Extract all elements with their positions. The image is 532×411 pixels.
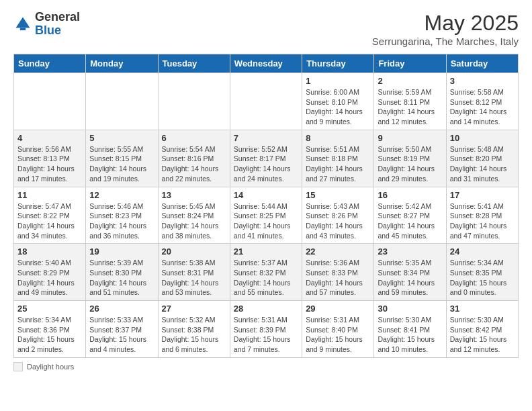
day-info: Sunrise: 5:30 AM Sunset: 8:41 PM Dayligh… xyxy=(378,315,442,355)
day-of-week-header: Sunday xyxy=(14,54,86,73)
svg-marker-0 xyxy=(16,17,30,28)
day-info: Sunrise: 6:00 AM Sunset: 8:10 PM Dayligh… xyxy=(306,87,370,127)
day-info: Sunrise: 5:41 AM Sunset: 8:28 PM Dayligh… xyxy=(450,201,515,241)
day-number: 18 xyxy=(17,246,82,257)
calendar-cell: 23Sunrise: 5:35 AM Sunset: 8:34 PM Dayli… xyxy=(374,244,446,301)
day-info: Sunrise: 5:58 AM Sunset: 8:12 PM Dayligh… xyxy=(450,87,515,127)
calendar-cell: 17Sunrise: 5:41 AM Sunset: 8:28 PM Dayli… xyxy=(446,187,518,244)
calendar-cell: 24Sunrise: 5:34 AM Sunset: 8:35 PM Dayli… xyxy=(446,244,518,301)
day-info: Sunrise: 5:44 AM Sunset: 8:25 PM Dayligh… xyxy=(234,201,298,241)
calendar-cell: 29Sunrise: 5:31 AM Sunset: 8:40 PM Dayli… xyxy=(302,301,374,358)
calendar-week-row: 25Sunrise: 5:34 AM Sunset: 8:36 PM Dayli… xyxy=(14,301,519,358)
day-number: 21 xyxy=(234,246,298,257)
day-info: Sunrise: 5:39 AM Sunset: 8:30 PM Dayligh… xyxy=(89,258,154,298)
day-info: Sunrise: 5:34 AM Sunset: 8:35 PM Dayligh… xyxy=(450,258,515,298)
day-number: 10 xyxy=(450,133,515,143)
calendar-cell: 6Sunrise: 5:54 AM Sunset: 8:16 PM Daylig… xyxy=(158,130,230,187)
calendar-cell: 16Sunrise: 5:42 AM Sunset: 8:27 PM Dayli… xyxy=(374,187,446,244)
day-number: 30 xyxy=(378,304,442,314)
calendar-cell: 14Sunrise: 5:44 AM Sunset: 8:25 PM Dayli… xyxy=(230,187,302,244)
daylight-label: Daylight hours xyxy=(27,363,74,371)
day-info: Sunrise: 5:52 AM Sunset: 8:17 PM Dayligh… xyxy=(234,144,298,184)
day-info: Sunrise: 5:50 AM Sunset: 8:19 PM Dayligh… xyxy=(378,144,442,184)
calendar-cell: 20Sunrise: 5:38 AM Sunset: 8:31 PM Dayli… xyxy=(158,244,230,301)
calendar-cell: 7Sunrise: 5:52 AM Sunset: 8:17 PM Daylig… xyxy=(230,130,302,187)
daylight-legend-box xyxy=(13,362,23,371)
day-info: Sunrise: 5:34 AM Sunset: 8:36 PM Dayligh… xyxy=(17,315,82,355)
day-info: Sunrise: 5:30 AM Sunset: 8:42 PM Dayligh… xyxy=(450,315,515,355)
day-info: Sunrise: 5:54 AM Sunset: 8:16 PM Dayligh… xyxy=(162,144,226,184)
calendar-cell: 31Sunrise: 5:30 AM Sunset: 8:42 PM Dayli… xyxy=(446,301,518,358)
page: General Blue May 2025 Serrungarina, The … xyxy=(0,0,532,378)
svg-rect-1 xyxy=(20,28,26,30)
calendar-cell: 8Sunrise: 5:51 AM Sunset: 8:18 PM Daylig… xyxy=(302,130,374,187)
day-number: 28 xyxy=(234,304,298,314)
day-number: 16 xyxy=(378,190,442,200)
day-number: 22 xyxy=(306,246,370,257)
calendar-cell: 26Sunrise: 5:33 AM Sunset: 8:37 PM Dayli… xyxy=(86,301,158,358)
day-info: Sunrise: 5:46 AM Sunset: 8:23 PM Dayligh… xyxy=(89,201,154,241)
day-info: Sunrise: 5:47 AM Sunset: 8:22 PM Dayligh… xyxy=(17,201,82,241)
calendar-cell: 15Sunrise: 5:43 AM Sunset: 8:26 PM Dayli… xyxy=(302,187,374,244)
subtitle: Serrungarina, The Marches, Italy xyxy=(372,36,519,47)
calendar-cell: 18Sunrise: 5:40 AM Sunset: 8:29 PM Dayli… xyxy=(14,244,86,301)
day-info: Sunrise: 5:55 AM Sunset: 8:15 PM Dayligh… xyxy=(89,144,154,184)
day-info: Sunrise: 5:33 AM Sunset: 8:37 PM Dayligh… xyxy=(89,315,154,355)
day-number: 14 xyxy=(234,190,298,200)
calendar-cell: 9Sunrise: 5:50 AM Sunset: 8:19 PM Daylig… xyxy=(374,130,446,187)
header: General Blue May 2025 Serrungarina, The … xyxy=(13,11,519,47)
day-number: 31 xyxy=(450,304,515,314)
day-number: 20 xyxy=(162,246,226,257)
day-number: 26 xyxy=(89,304,154,314)
day-info: Sunrise: 5:51 AM Sunset: 8:18 PM Dayligh… xyxy=(306,144,370,184)
calendar-cell: 21Sunrise: 5:37 AM Sunset: 8:32 PM Dayli… xyxy=(230,244,302,301)
day-of-week-header: Thursday xyxy=(302,54,374,73)
day-info: Sunrise: 5:59 AM Sunset: 8:11 PM Dayligh… xyxy=(378,87,442,127)
day-info: Sunrise: 5:35 AM Sunset: 8:34 PM Dayligh… xyxy=(378,258,442,298)
main-title: May 2025 xyxy=(372,11,519,36)
logo-icon xyxy=(13,15,32,34)
header-row: SundayMondayTuesdayWednesdayThursdayFrid… xyxy=(14,54,519,73)
footer: Daylight hours xyxy=(13,362,519,371)
day-number: 7 xyxy=(234,133,298,143)
calendar-cell: 30Sunrise: 5:30 AM Sunset: 8:41 PM Dayli… xyxy=(374,301,446,358)
day-number: 8 xyxy=(306,133,370,143)
day-number: 3 xyxy=(450,76,515,86)
logo-general-text: General xyxy=(35,11,80,24)
day-of-week-header: Saturday xyxy=(446,54,518,73)
day-number: 11 xyxy=(17,190,82,200)
day-number: 1 xyxy=(306,76,370,86)
calendar-cell: 25Sunrise: 5:34 AM Sunset: 8:36 PM Dayli… xyxy=(14,301,86,358)
calendar-cell: 27Sunrise: 5:32 AM Sunset: 8:38 PM Dayli… xyxy=(158,301,230,358)
day-of-week-header: Monday xyxy=(86,54,158,73)
day-number: 25 xyxy=(17,304,82,314)
day-info: Sunrise: 5:56 AM Sunset: 8:13 PM Dayligh… xyxy=(17,144,82,184)
calendar-cell: 5Sunrise: 5:55 AM Sunset: 8:15 PM Daylig… xyxy=(86,130,158,187)
day-info: Sunrise: 5:31 AM Sunset: 8:40 PM Dayligh… xyxy=(306,315,370,355)
calendar-cell xyxy=(158,73,230,130)
day-info: Sunrise: 5:45 AM Sunset: 8:24 PM Dayligh… xyxy=(162,201,226,241)
day-info: Sunrise: 5:31 AM Sunset: 8:39 PM Dayligh… xyxy=(234,315,298,355)
day-info: Sunrise: 5:38 AM Sunset: 8:31 PM Dayligh… xyxy=(162,258,226,298)
calendar-week-row: 11Sunrise: 5:47 AM Sunset: 8:22 PM Dayli… xyxy=(14,187,519,244)
day-number: 19 xyxy=(89,246,154,257)
calendar-cell: 22Sunrise: 5:36 AM Sunset: 8:33 PM Dayli… xyxy=(302,244,374,301)
day-number: 5 xyxy=(89,133,154,143)
calendar-cell: 11Sunrise: 5:47 AM Sunset: 8:22 PM Dayli… xyxy=(14,187,86,244)
day-info: Sunrise: 5:43 AM Sunset: 8:26 PM Dayligh… xyxy=(306,201,370,241)
calendar-cell: 10Sunrise: 5:48 AM Sunset: 8:20 PM Dayli… xyxy=(446,130,518,187)
day-number: 15 xyxy=(306,190,370,200)
calendar-cell: 3Sunrise: 5:58 AM Sunset: 8:12 PM Daylig… xyxy=(446,73,518,130)
day-info: Sunrise: 5:37 AM Sunset: 8:32 PM Dayligh… xyxy=(234,258,298,298)
calendar-cell: 19Sunrise: 5:39 AM Sunset: 8:30 PM Dayli… xyxy=(86,244,158,301)
calendar-cell: 4Sunrise: 5:56 AM Sunset: 8:13 PM Daylig… xyxy=(14,130,86,187)
day-info: Sunrise: 5:40 AM Sunset: 8:29 PM Dayligh… xyxy=(17,258,82,298)
logo-text: General Blue xyxy=(35,11,80,38)
calendar-cell xyxy=(230,73,302,130)
logo: General Blue xyxy=(13,11,80,38)
calendar-table: SundayMondayTuesdayWednesdayThursdayFrid… xyxy=(13,54,519,358)
day-number: 12 xyxy=(89,190,154,200)
day-number: 2 xyxy=(378,76,442,86)
day-number: 4 xyxy=(17,133,82,143)
title-block: May 2025 Serrungarina, The Marches, Ital… xyxy=(372,11,519,47)
